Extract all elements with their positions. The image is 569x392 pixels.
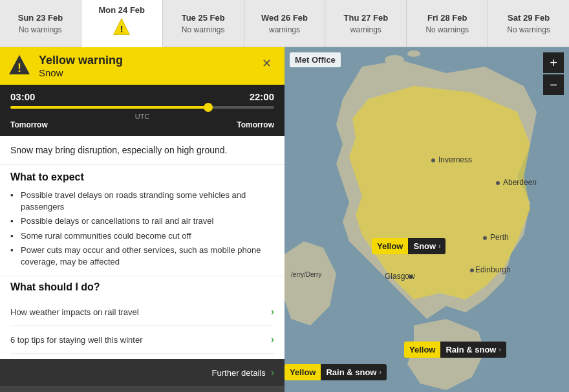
should-area: What should I do? How weather impacts on…	[0, 276, 284, 359]
main-content: ! Yellow warning Snow ✕ 03:00 22:00 UTC	[0, 47, 569, 392]
pill-type-rain-snow-2: Rain & snow ›	[321, 364, 386, 380]
tab-sat-29[interactable]: Sat 29 FebNo warnings	[488, 0, 569, 47]
svg-point-9	[483, 236, 487, 240]
pill-snow-arrow: ›	[438, 243, 440, 250]
slider-thumb[interactable]	[204, 103, 213, 112]
slider-track[interactable]	[10, 106, 274, 109]
svg-text:/erry/Derry: /erry/Derry	[291, 271, 321, 278]
met-office-logo: Met Office	[290, 52, 341, 67]
svg-point-8	[496, 181, 500, 185]
time-slider-area: 03:00 22:00 UTC Tomorrow Tomorrow	[0, 85, 284, 136]
left-panel: ! Yellow warning Snow ✕ 03:00 22:00 UTC	[0, 47, 284, 392]
bullet-list: Possible travel delays on roads strandin…	[10, 188, 274, 269]
tab-fri-28[interactable]: Fri 28 FebNo warnings	[407, 0, 488, 47]
tab-status-sat-29: No warnings	[507, 25, 550, 34]
tab-status-thu-27: warnings	[350, 25, 381, 34]
tab-status-wed-26: warnings	[269, 25, 300, 34]
svg-text:Aberdeen: Aberdeen	[503, 178, 537, 187]
bullet-item: Power cuts may occur and other services,…	[10, 243, 274, 269]
time-end: 22:00	[250, 91, 274, 102]
zoom-out-button[interactable]: −	[543, 74, 564, 95]
expect-area: What to expect Possible travel delays on…	[0, 165, 284, 276]
close-button[interactable]: ✕	[257, 54, 277, 73]
tab-bar: Sun 23 FebNo warningsMon 24 Feb!Tue 25 F…	[0, 0, 569, 47]
warning-triangle-container: !	[8, 54, 31, 78]
svg-text:!: !	[120, 23, 123, 34]
further-details-text: Further details	[212, 368, 266, 378]
map-container: Inverness Aberdeen Perth Edinburgh Glasg…	[284, 47, 569, 392]
tab-tue-25[interactable]: Tue 25 FebNo warnings	[163, 0, 244, 47]
pill-color-yellow: Yellow	[372, 238, 408, 254]
svg-text:Inverness: Inverness	[438, 155, 472, 164]
warning-icon-mon-24: !	[113, 17, 131, 39]
tab-status-fri-28: No warnings	[425, 25, 469, 34]
pill-type-rain-snow-1: Rain & snow ›	[440, 342, 506, 358]
should-title: What should I do?	[10, 281, 274, 293]
svg-text:Edinburgh: Edinburgh	[475, 265, 511, 274]
time-start-label: Tomorrow	[10, 120, 48, 129]
further-details[interactable]: Further details ›	[0, 359, 284, 386]
link-row-arrow-icon: ›	[271, 306, 274, 318]
svg-text:Perth: Perth	[490, 233, 509, 242]
warning-pill-rain-snow-1[interactable]: Yellow Rain & snow ›	[404, 342, 506, 358]
zoom-in-button[interactable]: +	[543, 52, 564, 73]
link-rows-container: How weather impacts on rail travel›6 top…	[10, 298, 274, 354]
tab-wed-26[interactable]: Wed 26 Febwarnings	[244, 0, 326, 47]
warning-text: Yellow warning Snow	[39, 54, 277, 78]
description-text: Snow may bring disruption, especially on…	[10, 145, 274, 155]
tab-day-thu-27: Thu 27 Feb	[344, 13, 389, 23]
time-start: 03:00	[10, 91, 35, 102]
updated-bar: Updated: 11:00 (UTC) on Sun 23 Feb 2020	[0, 386, 284, 392]
link-row-arrow-icon: ›	[271, 334, 274, 345]
description-area: Snow may bring disruption, especially on…	[0, 136, 284, 165]
right-panel: Inverness Aberdeen Perth Edinburgh Glasg…	[284, 47, 569, 392]
met-office-text: Met Office	[295, 55, 336, 65]
zoom-controls: + −	[543, 52, 564, 96]
link-row-text: How weather impacts on rail travel	[10, 307, 139, 317]
tab-day-tue-25: Tue 25 Feb	[182, 13, 225, 23]
tab-day-mon-24: Mon 24 Feb	[99, 5, 145, 15]
further-arrow-icon: ›	[271, 367, 274, 378]
warning-pill-snow[interactable]: Yellow Snow ›	[372, 238, 446, 254]
warning-pill-rain-snow-2[interactable]: Yellow Rain & snow ›	[284, 364, 387, 380]
tab-day-sun-23: Sun 23 Feb	[18, 13, 63, 23]
pill-rain-snow-2-arrow: ›	[379, 369, 381, 376]
svg-point-10	[470, 268, 474, 272]
slider-fill	[10, 106, 208, 109]
pill-rain-snow-1-arrow: ›	[499, 346, 500, 353]
tab-day-sat-29: Sat 29 Feb	[508, 13, 550, 23]
svg-text:!: !	[17, 61, 21, 74]
tab-thu-27[interactable]: Thu 27 Febwarnings	[325, 0, 407, 47]
tab-mon-24[interactable]: Mon 24 Feb!	[81, 0, 163, 47]
tab-status-tue-25: No warnings	[182, 25, 225, 34]
link-row[interactable]: How weather impacts on rail travel›	[10, 298, 274, 326]
warning-subtitle: Snow	[39, 67, 277, 78]
warning-title: Yellow warning	[39, 54, 277, 67]
pill-type-snow: Snow ›	[408, 238, 446, 254]
time-end-label: Tomorrow	[237, 120, 274, 129]
tab-day-fri-28: Fri 28 Feb	[427, 13, 467, 23]
tab-day-wed-26: Wed 26 Feb	[261, 13, 308, 23]
link-row[interactable]: 6 top tips for staying well this winter›	[10, 326, 274, 354]
svg-point-6	[407, 50, 420, 57]
pill-color-yellow-3: Yellow	[284, 364, 321, 380]
warning-triangle-icon: !	[8, 53, 31, 76]
bullet-item: Possible delays or cancellations to rail…	[10, 214, 274, 228]
svg-point-7	[431, 158, 435, 162]
svg-text:Glasgow: Glasgow	[385, 272, 415, 281]
expect-title: What to expect	[10, 171, 274, 183]
svg-point-5	[385, 55, 404, 65]
utc-label: UTC	[10, 113, 274, 120]
pill-color-yellow-2: Yellow	[404, 342, 440, 358]
tab-status-sun-23: No warnings	[19, 25, 62, 34]
map-svg: Inverness Aberdeen Perth Edinburgh Glasg…	[284, 47, 569, 392]
bullet-item: Possible travel delays on roads strandin…	[10, 188, 274, 214]
link-row-text: 6 top tips for staying well this winter	[10, 335, 142, 345]
tab-sun-23[interactable]: Sun 23 FebNo warnings	[0, 0, 81, 47]
bullet-item: Some rural communities could become cut …	[10, 229, 274, 243]
warning-header: ! Yellow warning Snow ✕	[0, 47, 284, 85]
